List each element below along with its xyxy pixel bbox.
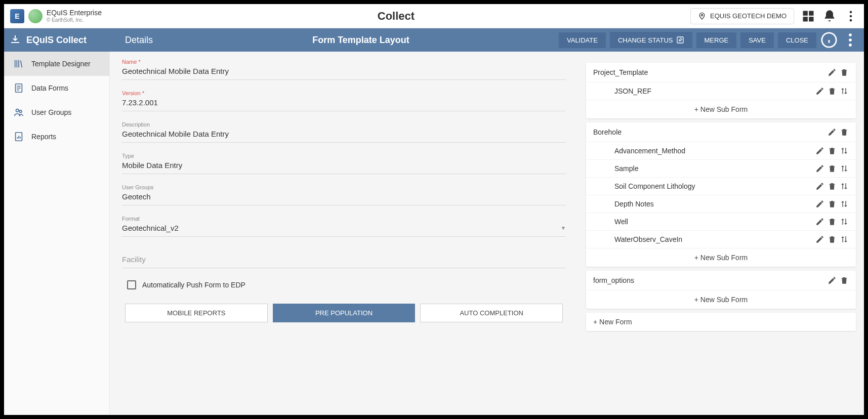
module-title: EQuIS Collect (26, 35, 87, 46)
sidebar-item-reports[interactable]: Reports (4, 124, 109, 149)
user-groups-label: User Groups (122, 184, 566, 190)
edit-icon[interactable] (815, 164, 824, 173)
format-value: Geotechnical_v2 (122, 224, 179, 232)
merge-button[interactable]: MERGE (696, 32, 737, 48)
section-label: Details (115, 35, 163, 46)
new-sub-form-button[interactable]: + New Sub Form (586, 100, 856, 118)
sort-icon[interactable] (840, 87, 849, 96)
sub-form-row[interactable]: Soil Component Lithology (586, 177, 856, 195)
kebab-menu-icon[interactable] (842, 31, 859, 49)
change-status-button[interactable]: CHANGE STATUS (610, 32, 692, 48)
sort-icon[interactable] (840, 199, 849, 208)
format-field[interactable]: Format Geotechnical_v2 ▼ (122, 216, 566, 237)
new-sub-form-button[interactable]: + New Sub Form (586, 290, 856, 309)
edit-icon[interactable] (828, 276, 837, 285)
close-button[interactable]: CLOSE (778, 32, 816, 48)
edit-icon[interactable] (815, 146, 824, 155)
user-groups-field[interactable]: User Groups Geotech (122, 184, 566, 205)
sort-icon[interactable] (840, 182, 849, 191)
dashboard-icon[interactable] (801, 9, 815, 23)
users-icon (13, 107, 24, 118)
save-label: SAVE (749, 36, 766, 44)
version-field[interactable]: Version * 7.23.2.001 (122, 90, 566, 111)
trash-icon[interactable] (840, 68, 849, 77)
type-field[interactable]: Type Mobile Data Entry (122, 153, 566, 174)
edit-icon[interactable] (828, 128, 837, 137)
svg-point-20 (19, 110, 22, 113)
logo-title: EQuIS Enterprise (47, 9, 102, 17)
logo-e-icon: E (10, 9, 24, 23)
row-actions (828, 128, 849, 137)
edit-icon[interactable] (815, 87, 824, 96)
edit-icon[interactable] (815, 182, 824, 191)
trash-icon[interactable] (828, 235, 837, 244)
sub-form-row[interactable]: Sample (586, 159, 856, 177)
version-label: Version * (122, 90, 566, 96)
sub-form-row[interactable]: WaterObserv_CaveIn (586, 230, 856, 248)
edit-icon[interactable] (828, 68, 837, 77)
row-actions (828, 276, 849, 285)
description-field[interactable]: Description Geotechnical Mobile Data Ent… (122, 121, 566, 143)
trash-icon[interactable] (840, 128, 849, 137)
new-sub-form-button[interactable]: + New Sub Form (586, 248, 856, 267)
sub-form-row[interactable]: Advancement_Method (586, 142, 856, 159)
name-field[interactable]: Name * Geotechnical Mobile Data Entry (122, 59, 566, 80)
svg-point-19 (16, 109, 19, 112)
sort-icon[interactable] (840, 217, 849, 226)
trash-icon[interactable] (828, 217, 837, 226)
sub-form-row[interactable]: JSON_REF (586, 82, 856, 100)
kebab-menu-icon[interactable] (844, 9, 858, 23)
info-icon[interactable] (820, 31, 838, 49)
edit-icon[interactable] (815, 199, 824, 208)
row-actions (815, 87, 849, 96)
sidebar-item-label: Template Designer (31, 60, 91, 68)
sidebar-item-data-forms[interactable]: Data Forms (4, 76, 109, 100)
globe-icon (28, 9, 43, 23)
description-value: Geotechnical Mobile Data Entry (122, 128, 566, 140)
sort-icon[interactable] (840, 146, 849, 155)
mobile-reports-button[interactable]: MOBILE REPORTS (125, 304, 268, 322)
sort-icon[interactable] (840, 164, 849, 173)
trash-icon[interactable] (828, 87, 837, 96)
change-status-label: CHANGE STATUS (618, 36, 673, 44)
pre-population-button[interactable]: PRE POPULATION (273, 304, 416, 322)
bell-icon[interactable] (822, 9, 837, 23)
sidebar-item-template-designer[interactable]: Template Designer (4, 52, 109, 76)
form-name: form_options (593, 276, 634, 284)
top-header: E EQuIS Enterprise © EarthSoft, Inc. Col… (4, 4, 864, 28)
edit-icon[interactable] (815, 235, 824, 244)
sub-form-row[interactable]: Depth Notes (586, 195, 856, 213)
form-card: form_options + New Sub Form (586, 271, 856, 309)
validate-button[interactable]: VALIDATE (559, 32, 606, 48)
auto-completion-button[interactable]: AUTO COMPLETION (420, 304, 563, 322)
sidebar-item-user-groups[interactable]: User Groups (4, 100, 109, 124)
demo-button[interactable]: EQUIS GEOTECH DEMO (690, 8, 794, 24)
svg-rect-1 (803, 11, 808, 15)
trash-icon[interactable] (828, 199, 837, 208)
layout-title: Form Template Layout (163, 35, 559, 46)
form-header[interactable]: Borehole (586, 122, 856, 142)
row-actions (815, 146, 849, 155)
auto-push-checkbox[interactable] (127, 280, 136, 289)
svg-point-5 (850, 11, 852, 13)
collect-icon (9, 34, 21, 46)
trash-icon[interactable] (828, 164, 837, 173)
form-header[interactable]: Project_Template (586, 63, 856, 82)
edit-icon[interactable] (815, 217, 824, 226)
facility-field[interactable]: Facility (122, 253, 566, 268)
trash-icon[interactable] (828, 182, 837, 191)
logo-subtitle: © EarthSoft, Inc. (47, 17, 102, 23)
sub-form-row[interactable]: Well (586, 213, 856, 230)
sub-form-name: WaterObserv_CaveIn (614, 235, 682, 243)
new-form-button[interactable]: + New Form (586, 313, 856, 331)
facility-placeholder: Facility (122, 253, 566, 266)
sort-icon[interactable] (840, 235, 849, 244)
sub-form-name: JSON_REF (614, 87, 651, 95)
form-header[interactable]: form_options (586, 271, 856, 290)
trash-icon[interactable] (840, 276, 849, 285)
sidebar-item-label: Reports (31, 133, 56, 141)
description-label: Description (122, 121, 566, 128)
save-button[interactable]: SAVE (740, 32, 774, 48)
trash-icon[interactable] (828, 146, 837, 155)
content: Name * Geotechnical Mobile Data Entry Ve… (110, 52, 864, 415)
